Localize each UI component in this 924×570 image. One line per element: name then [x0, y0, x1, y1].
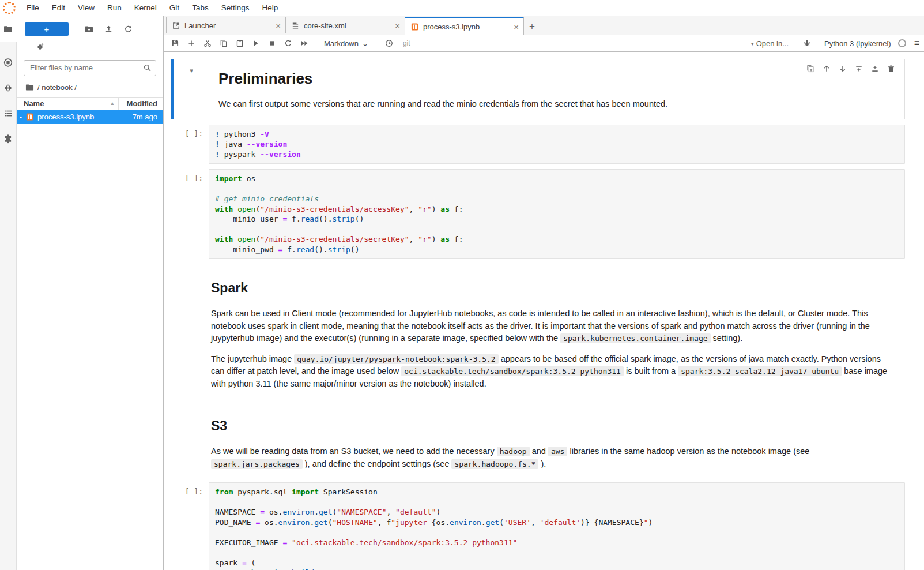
inline-code: spark:3.5.2-scala2.12-java17-ubuntu — [678, 366, 842, 376]
tab-process-s3-ipynb[interactable]: process-s3.ipynb× — [405, 17, 524, 35]
file-modified: 7m ago — [133, 112, 163, 121]
save-button[interactable] — [167, 36, 183, 51]
refresh-button[interactable] — [118, 22, 138, 36]
open-in-dropdown[interactable]: ▾ Open in... — [751, 39, 789, 48]
cell-type-dropdown[interactable]: Markdown ⌄ — [320, 38, 372, 49]
tab-file-text-icon — [291, 21, 300, 30]
restart-kernel-button[interactable] — [280, 36, 296, 51]
cell-collapser-icon[interactable] — [174, 402, 209, 477]
clock-icon[interactable] — [381, 36, 397, 51]
rendered-markdown[interactable]: PreliminariesWe can first output some ve… — [209, 59, 905, 119]
chevron-down-icon: ⌄ — [362, 39, 368, 48]
file-list-header: Name ▴ Modified — [17, 97, 163, 110]
move-cell-up-button[interactable] — [820, 63, 834, 74]
file-row[interactable]: •process-s3.ipynb7m ago — [17, 110, 163, 124]
hamburger-menu-icon[interactable]: ≡ — [914, 38, 919, 48]
insert-cell-below-icon — [870, 64, 880, 73]
sidebar-tab-extension-manager[interactable] — [0, 126, 17, 151]
column-name[interactable]: Name ▴ — [17, 99, 118, 108]
restart-kernel-icon — [284, 39, 293, 48]
menu-run[interactable]: Run — [101, 0, 128, 16]
menu-settings[interactable]: Settings — [215, 0, 256, 16]
insert-cell-icon — [187, 39, 196, 48]
tab-launcher[interactable]: Launcher× — [166, 17, 285, 33]
markdown-heading: Spark — [211, 280, 896, 296]
menu-git[interactable]: Git — [163, 0, 186, 16]
close-tab-icon[interactable]: × — [514, 22, 519, 31]
restart-run-all-button[interactable] — [296, 36, 312, 51]
rendered-markdown[interactable]: SparkSpark can be used in Client mode (r… — [209, 264, 905, 397]
git-icon — [3, 83, 13, 92]
paste-cells-button[interactable] — [232, 36, 248, 51]
run-cell-button[interactable] — [248, 36, 264, 51]
new-tab-button[interactable]: + — [524, 18, 540, 35]
interrupt-kernel-button[interactable] — [264, 36, 280, 51]
insert-cell-button[interactable] — [183, 36, 199, 51]
upload-icon — [104, 24, 113, 33]
restart-run-all-icon — [300, 39, 309, 48]
cut-cells-button[interactable] — [199, 36, 216, 51]
column-modified[interactable]: Modified — [118, 97, 163, 110]
activity-bar — [0, 16, 17, 570]
search-icon — [142, 63, 152, 73]
sidebar-tab-running-sessions[interactable] — [0, 50, 17, 75]
file-browser-panel: + / notebook / Name ▴ Modified •process-… — [17, 16, 164, 570]
cell-toolbar — [802, 62, 899, 76]
menu-view[interactable]: View — [71, 0, 101, 16]
refresh-icon — [123, 24, 133, 33]
new-folder-button[interactable] — [79, 22, 99, 36]
close-tab-icon[interactable]: × — [276, 21, 281, 30]
insert-cell-below-button[interactable] — [868, 63, 882, 74]
cell-prompt: [ ]: — [174, 125, 209, 164]
kernel-status-icon[interactable] — [898, 39, 906, 47]
menu-kernel[interactable]: Kernel — [128, 0, 163, 16]
menu-help[interactable]: Help — [255, 0, 284, 16]
inline-code: aws — [548, 447, 567, 456]
move-cell-down-icon — [838, 64, 847, 73]
duplicate-cell-icon — [806, 64, 815, 73]
cell-prompt: [ ]: — [174, 169, 209, 259]
code-editor[interactable]: ! python3 -V! java --version! pyspark --… — [209, 125, 905, 164]
upload-button[interactable] — [99, 22, 118, 36]
tab-bar: Launcher×core-site.xml×process-s3.ipynb×… — [164, 16, 924, 35]
tab-core-site-xml[interactable]: core-site.xml× — [285, 17, 405, 33]
sidebar-tab-git[interactable] — [0, 75, 17, 100]
new-folder-icon — [84, 24, 93, 33]
tab-launcher-icon — [171, 21, 180, 30]
breadcrumb-path: / notebook / — [37, 83, 77, 92]
insert-cell-above-button[interactable] — [852, 63, 866, 74]
file-browser-toolbar: + — [17, 16, 163, 38]
copy-cells-button[interactable] — [216, 36, 232, 51]
code-cell: [ ]:! python3 -V! java --version! pyspar… — [171, 125, 905, 164]
sidebar-tab-file-browser[interactable] — [0, 16, 17, 42]
markdown-heading: Preliminaries — [218, 70, 895, 88]
rendered-markdown[interactable]: S3As we will be reading data from an S3 … — [209, 402, 905, 477]
delete-cell-button[interactable] — [884, 63, 898, 74]
code-editor[interactable]: import os # get minio credentialswith op… — [209, 169, 905, 259]
cell-collapser-icon[interactable]: ▾ — [174, 59, 209, 119]
menu-tabs[interactable]: Tabs — [186, 0, 215, 16]
cut-cells-icon — [203, 39, 212, 48]
menu-edit[interactable]: Edit — [46, 0, 71, 16]
menu-file[interactable]: File — [20, 0, 46, 16]
notebook-file-icon — [25, 112, 34, 122]
tab-label: core-site.xml — [304, 21, 391, 30]
move-cell-down-button[interactable] — [836, 63, 850, 74]
breadcrumb[interactable]: / notebook / — [17, 80, 163, 97]
cell-collapser-icon[interactable] — [174, 264, 209, 397]
interrupt-kernel-icon — [267, 39, 277, 48]
duplicate-cell-button[interactable] — [804, 63, 817, 74]
git-clone-icon[interactable] — [35, 42, 44, 51]
kernel-name[interactable]: Python 3 (ipykernel) — [824, 39, 891, 48]
inline-code: quay.io/jupyter/pyspark-notebook:spark-3… — [294, 354, 498, 364]
chevron-down-icon: ▾ — [751, 40, 754, 47]
tab-notebook-icon — [410, 22, 419, 31]
debugger-bug-icon[interactable] — [799, 36, 815, 51]
new-launcher-button[interactable]: + — [25, 22, 69, 36]
close-tab-icon[interactable]: × — [395, 21, 400, 30]
tab-label: process-s3.ipynb — [423, 22, 510, 31]
code-editor[interactable]: from pyspark.sql import SparkSession NAM… — [209, 482, 905, 570]
sidebar-tab-table-of-contents[interactable] — [0, 100, 17, 126]
markdown-paragraph: As we will be reading data from an S3 bu… — [211, 445, 896, 470]
filter-files-input[interactable] — [24, 60, 156, 76]
